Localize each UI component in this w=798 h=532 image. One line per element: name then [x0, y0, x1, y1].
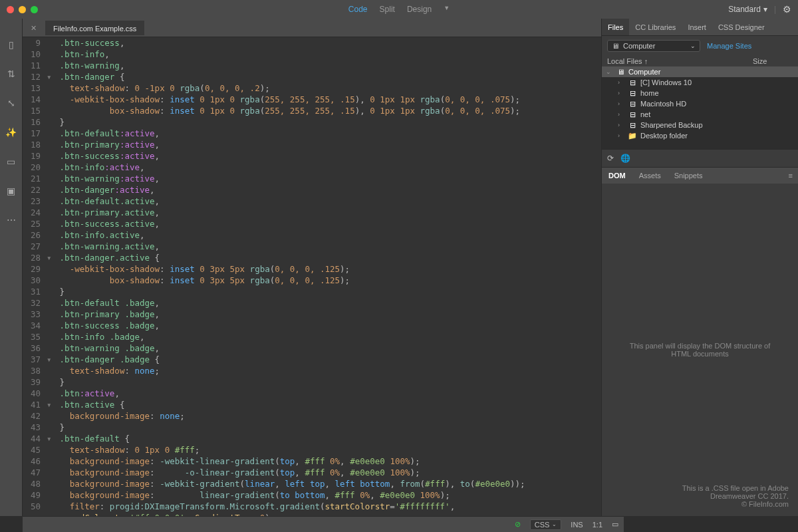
chevron-down-icon: ▾: [763, 5, 767, 14]
view-mode-tabs: Code Split Design ▼: [348, 5, 450, 14]
file-tree[interactable]: ⌄🖥Computer›⊟[C] Windows 10›⊟home›⊟Macint…: [602, 66, 798, 149]
cursor-position: 1:1: [593, 521, 602, 529]
minimize-icon[interactable]: [19, 6, 26, 13]
tab-design[interactable]: Design: [407, 5, 432, 14]
chevron-down-icon: ⌄: [552, 521, 557, 527]
panel-menu-icon[interactable]: ≡: [782, 172, 798, 180]
close-tab-icon[interactable]: ✕: [31, 24, 39, 32]
wand-icon[interactable]: ✨: [5, 126, 17, 138]
layers-icon[interactable]: ▣: [5, 185, 17, 197]
drive-icon: ⊟: [628, 121, 637, 129]
file-tab-bar: ✕ FileInfo.com Example.css: [23, 19, 601, 37]
arrows-icon[interactable]: ⇅: [5, 68, 17, 80]
status-bar: ⊘ CSS⌄ INS 1:1 ▭: [23, 516, 624, 532]
tab-css-designer[interactable]: CSS Designer: [712, 19, 771, 35]
refresh-icon[interactable]: ⟳: [607, 154, 614, 163]
tree-label: Sharpened Backup: [640, 121, 703, 129]
tree-row[interactable]: ›📁Desktop folder: [602, 130, 798, 141]
col-size[interactable]: Size: [753, 57, 793, 65]
tab-dom[interactable]: DOM: [602, 172, 632, 180]
tree-row[interactable]: ⌄🖥Computer: [602, 66, 798, 77]
chevron-down-icon[interactable]: ▼: [444, 5, 450, 14]
window-controls: [7, 6, 38, 13]
tree-label: home: [640, 89, 659, 97]
tool-rail: ▯ ⇅ ⤡ ✨ ▭ ▣ ⋯: [0, 19, 23, 516]
maximize-icon[interactable]: [31, 6, 38, 13]
manage-sites-link[interactable]: Manage Sites: [707, 42, 751, 50]
status-ok-icon[interactable]: ⊘: [515, 520, 521, 529]
tab-code[interactable]: Code: [348, 5, 368, 14]
tab-insert[interactable]: Insert: [682, 19, 712, 35]
drive-icon: ⊟: [628, 78, 637, 86]
watermark: This is a .CSS file open in Adobe Dreamw…: [682, 484, 789, 508]
drive-icon: ⊟: [628, 100, 637, 108]
overflow-icon[interactable]: ▭: [612, 520, 618, 529]
computer-icon: 🖥: [616, 68, 625, 76]
tree-label: Desktop folder: [640, 132, 688, 140]
tab-cc-libraries[interactable]: CC Libraries: [629, 19, 682, 35]
code-lines[interactable]: .btn-success,.btn-info,.btn-warning,.btn…: [56, 37, 601, 516]
source-dropdown[interactable]: 🖥 Computer ⌄: [607, 40, 700, 52]
columns-header: Local Files ↑ Size: [602, 56, 798, 66]
tree-label: net: [640, 110, 650, 118]
dom-panel-body: This panel will display the DOM structur…: [602, 184, 798, 516]
tree-label: [C] Windows 10: [640, 78, 692, 86]
expand-icon[interactable]: ⤡: [5, 97, 17, 109]
tree-row[interactable]: ›⊟Sharpened Backup: [602, 120, 798, 130]
tree-row[interactable]: ›⊟home: [602, 88, 798, 98]
tab-assets[interactable]: Assets: [632, 172, 668, 180]
tree-row[interactable]: ›⊟net: [602, 109, 798, 120]
titlebar: Code Split Design ▼ Standard▾ | ⚙: [0, 0, 798, 19]
panel-toolbar: ⟳ 🌐: [602, 149, 798, 168]
tree-label: Macintosh HD: [640, 100, 686, 108]
tab-snippets[interactable]: Snippets: [668, 172, 710, 180]
dom-panel-tabs: DOM Assets Snippets ≡: [602, 168, 798, 184]
close-icon[interactable]: [7, 6, 14, 13]
tree-label: Computer: [628, 68, 660, 76]
more-icon[interactable]: ⋯: [5, 214, 17, 226]
drive-icon: ⊟: [628, 89, 637, 97]
tree-row[interactable]: ›⊟[C] Windows 10: [602, 77, 798, 88]
settings-icon[interactable]: ⚙: [783, 4, 791, 15]
comment-icon[interactable]: ▭: [5, 156, 17, 168]
tab-files[interactable]: Files: [602, 19, 629, 35]
files-panel-tabs: Files CC Libraries Insert CSS Designer: [602, 19, 798, 36]
chevron-down-icon: ⌄: [690, 43, 696, 49]
tree-row[interactable]: ›⊟Macintosh HD: [602, 98, 798, 109]
dom-empty-message: This panel will display the DOM structur…: [622, 342, 778, 358]
col-local-files[interactable]: Local Files ↑: [607, 57, 753, 65]
divider: |: [774, 5, 776, 14]
computer-icon: 🖥: [612, 42, 619, 50]
drive-icon: ⊟: [628, 110, 637, 118]
language-dropdown[interactable]: CSS⌄: [530, 519, 562, 530]
code-editor[interactable]: 9 10 11 12 ▾13 14 15 16 17 18 19 20 21 2…: [23, 37, 601, 516]
file-icon[interactable]: ▯: [5, 39, 17, 51]
tab-split[interactable]: Split: [380, 5, 395, 14]
folder-icon: 📁: [628, 132, 637, 140]
line-gutter: 9 10 11 12 ▾13 14 15 16 17 18 19 20 21 2…: [23, 37, 56, 516]
globe-icon[interactable]: 🌐: [620, 154, 630, 163]
file-tab[interactable]: FileInfo.com Example.css: [45, 21, 144, 35]
insert-mode[interactable]: INS: [571, 521, 583, 529]
workspace-dropdown[interactable]: Standard▾: [728, 5, 767, 14]
